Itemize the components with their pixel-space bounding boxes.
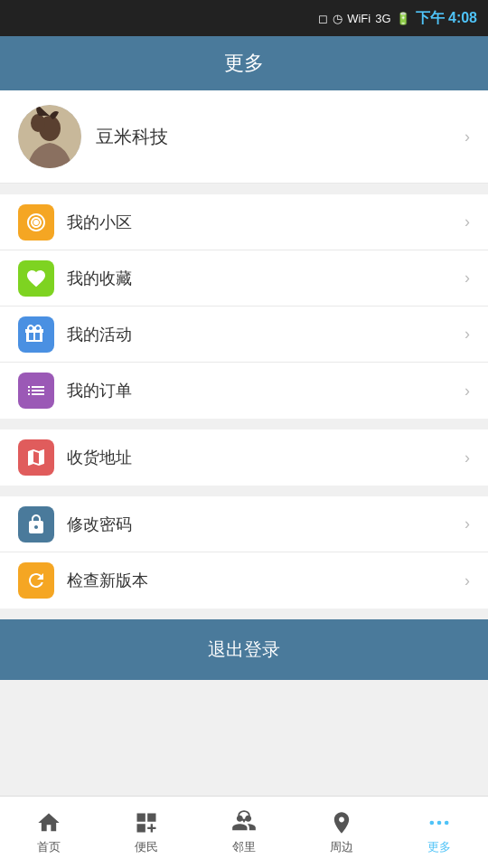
logout-button[interactable]: 退出登录 [0, 619, 488, 680]
sim-icon: ◻ [318, 12, 328, 25]
heart-icon [18, 260, 54, 297]
wifi-icon: WiFi [347, 12, 371, 25]
menu-group-3: 修改密码 › 检查新版本 › [0, 496, 488, 609]
nav-label-convenience: 便民 [135, 839, 158, 855]
nav-label-more: 更多 [427, 839, 451, 855]
menu-label-my-orders: 我的订单 [67, 380, 465, 401]
nav-item-convenience[interactable]: 便民 [98, 797, 195, 868]
chevron-icon: › [465, 269, 470, 288]
svg-point-6 [437, 820, 442, 825]
chevron-icon: › [465, 448, 470, 467]
podcast-icon [18, 204, 54, 241]
header: 更多 [0, 36, 488, 90]
nav-item-home[interactable]: 首页 [0, 797, 98, 868]
svg-point-3 [33, 220, 39, 225]
chevron-icon: › [465, 382, 470, 401]
menu-item-my-community[interactable]: 我的小区 › [0, 194, 488, 250]
menu-group-1: 我的小区 › 我的收藏 › 我的活动 › 我的订单 › [0, 194, 488, 419]
profile-chevron-icon: › [465, 127, 470, 146]
svg-point-5 [430, 820, 435, 825]
page-title: 更多 [224, 50, 264, 77]
chevron-icon: › [465, 571, 470, 590]
people-icon [231, 810, 257, 835]
signal-icon: 3G [375, 12, 390, 25]
dots-icon [427, 810, 452, 835]
list-icon [18, 373, 54, 409]
menu-item-my-favorites[interactable]: 我的收藏 › [0, 250, 488, 307]
menu-group-2: 收货地址 › [0, 429, 488, 486]
separator-1 [0, 184, 488, 194]
nav-item-more[interactable]: 更多 [390, 797, 488, 868]
svg-point-2 [31, 114, 45, 132]
status-bar: ◻ ◷ WiFi 3G 🔋 下午 4:08 [0, 0, 488, 36]
menu-item-check-version[interactable]: 检查新版本 › [0, 552, 488, 609]
chevron-icon: › [465, 212, 470, 231]
bottom-nav: 首页 便民 邻里 周边 更多 [0, 796, 488, 868]
alarm-icon: ◷ [333, 12, 343, 25]
avatar [18, 105, 81, 168]
menu-item-change-password[interactable]: 修改密码 › [0, 496, 488, 552]
profile-row[interactable]: 豆米科技 › [0, 90, 488, 184]
svg-point-7 [445, 820, 449, 825]
chevron-icon: › [465, 514, 470, 533]
location-icon [329, 810, 354, 835]
menu-item-my-activities[interactable]: 我的活动 › [0, 307, 488, 363]
svg-point-4 [239, 811, 249, 819]
gift-icon [18, 316, 54, 353]
menu-label-change-password: 修改密码 [67, 514, 465, 535]
separator-2 [0, 419, 488, 429]
menu-label-shipping-address: 收货地址 [67, 447, 465, 468]
menu-label-my-activities: 我的活动 [67, 324, 465, 345]
battery-icon: 🔋 [396, 12, 410, 25]
avatar-image [18, 105, 81, 168]
refresh-icon [18, 562, 54, 599]
chevron-icon: › [465, 325, 470, 344]
menu-label-check-version: 检查新版本 [67, 570, 465, 591]
menu-label-my-favorites: 我的收藏 [67, 268, 465, 289]
status-icons: ◻ ◷ WiFi 3G 🔋 [318, 12, 409, 25]
nav-label-nearby: 周边 [330, 839, 353, 855]
menu-item-shipping-address[interactable]: 收货地址 › [0, 429, 488, 486]
menu-label-my-community: 我的小区 [67, 212, 465, 233]
nav-label-neighbor: 邻里 [232, 839, 256, 855]
grid-icon [134, 810, 159, 835]
home-icon [36, 810, 61, 835]
map-icon [18, 439, 54, 476]
status-time: 下午 4:08 [416, 9, 477, 28]
separator-3 [0, 486, 488, 496]
nav-item-nearby[interactable]: 周边 [293, 797, 390, 868]
menu-item-my-orders[interactable]: 我的订单 › [0, 363, 488, 419]
profile-name: 豆米科技 [96, 125, 465, 149]
lock-icon [18, 506, 54, 542]
nav-item-neighbor[interactable]: 邻里 [195, 797, 293, 868]
content-area: 豆米科技 › 我的小区 › 我的收藏 › 我的活动 › [0, 90, 488, 680]
nav-label-home: 首页 [37, 839, 61, 855]
